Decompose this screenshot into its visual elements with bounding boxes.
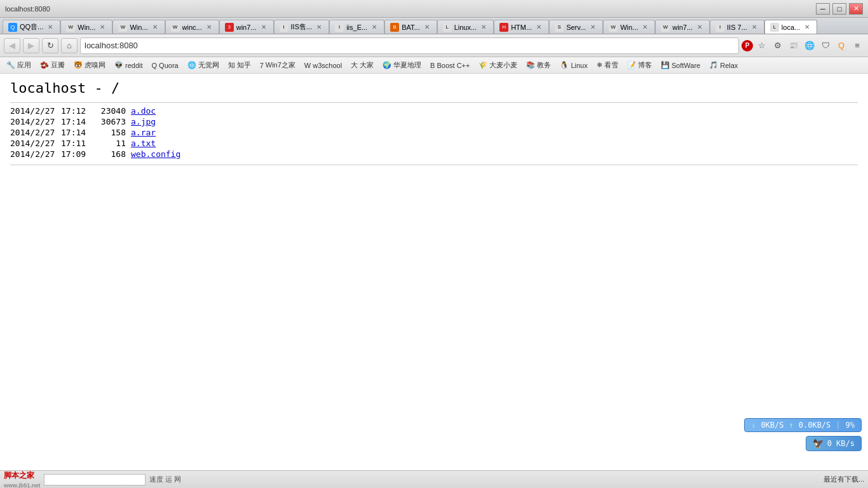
tab-bat[interactable]: BBAT...✕: [384, 20, 437, 34]
tab-close-win2[interactable]: ✕: [151, 24, 159, 30]
qzone-icon[interactable]: Q: [834, 39, 848, 53]
tab-close-bat[interactable]: ✕: [423, 24, 431, 30]
tab-close-html[interactable]: ✕: [534, 24, 543, 30]
tab-html[interactable]: HHTM...✕: [494, 20, 549, 34]
dl-icon: 🦅: [813, 438, 824, 449]
file-name[interactable]: a.jpg: [131, 116, 186, 127]
bookmark-大麦小麦[interactable]: 🌾大麦小麦: [475, 59, 521, 72]
bookmark-华夏地理[interactable]: 🌍华夏地理: [379, 59, 425, 72]
tab-close-iis2[interactable]: ✕: [370, 24, 379, 30]
tab-close-loca[interactable]: ✕: [803, 24, 811, 30]
tab-close-iis1[interactable]: ✕: [315, 24, 323, 30]
tab-win1[interactable]: WWin...✕: [60, 20, 112, 34]
tab-win2[interactable]: WWin...✕: [112, 20, 165, 34]
close-button[interactable]: ✕: [849, 3, 863, 15]
bookmark-Win7之家[interactable]: 7Win7之家: [256, 59, 299, 72]
tab-winc[interactable]: Wwinc...✕: [165, 20, 219, 34]
bookmark-w3school[interactable]: Ww3school: [301, 59, 346, 72]
tab-icon-win7c: W: [609, 23, 618, 32]
bookmark-SoftWare[interactable]: 💾SoftWare: [657, 59, 704, 72]
tab-loca[interactable]: Lloca...✕: [764, 20, 817, 34]
bookmark-知乎[interactable]: 知知乎: [224, 59, 255, 72]
bookmark-Boost-C++[interactable]: BBoost C++: [426, 59, 473, 72]
file-link[interactable]: a.jpg: [131, 117, 156, 126]
star-icon[interactable]: ☆: [755, 39, 769, 53]
file-size: 11: [93, 138, 131, 149]
refresh-button[interactable]: ↻: [42, 38, 58, 53]
bookmark-icon: 🌍: [383, 61, 391, 69]
file-name[interactable]: a.rar: [131, 127, 186, 138]
tab-close-win1[interactable]: ✕: [98, 24, 107, 30]
bookmark-豆瓣[interactable]: 🫘豆瓣: [36, 59, 69, 72]
translate-icon[interactable]: 🌐: [803, 39, 817, 53]
file-name[interactable]: web.config: [131, 149, 186, 159]
tab-close-win7d[interactable]: ✕: [695, 24, 704, 30]
forward-button[interactable]: ▶: [23, 38, 39, 53]
address-input[interactable]: [85, 41, 735, 50]
tab-label-win7d: win7...: [672, 24, 693, 31]
tab-icon-serv: S: [555, 23, 564, 32]
settings-icon[interactable]: ⚙: [771, 39, 785, 53]
more-icon[interactable]: ≡: [850, 39, 864, 53]
tab-iis7[interactable]: IIIS 7...✕: [710, 20, 764, 34]
bookmark-博客[interactable]: 📝博客: [623, 59, 656, 72]
bookmark-icon: 知: [228, 60, 235, 70]
file-link[interactable]: a.doc: [131, 106, 156, 116]
file-size: 168: [93, 149, 131, 159]
bookmark-Relax[interactable]: 🎵Relax: [705, 59, 742, 72]
file-time: 17:14: [61, 127, 93, 138]
tab-close-linux[interactable]: ✕: [479, 24, 488, 30]
bookmark-Linux[interactable]: 🐧Linux: [556, 59, 591, 72]
tab-bar: QQQ音...✕WWin...✕WWin...✕Wwinc...✕3win7..…: [0, 18, 868, 34]
bookmark-label: 虎嗅网: [85, 60, 105, 70]
bookmark-无觉网[interactable]: 🌐无觉网: [184, 59, 223, 72]
tab-serv[interactable]: SServ...✕: [549, 20, 603, 34]
tab-close-iis7[interactable]: ✕: [750, 24, 759, 30]
status-right: 最近有下载...: [824, 475, 864, 484]
file-link[interactable]: a.rar: [131, 128, 156, 137]
tab-close-win7c[interactable]: ✕: [641, 24, 649, 30]
file-time: 17:12: [61, 105, 93, 116]
dl-bar: 🦅 0 KB/s: [806, 436, 862, 451]
back-button[interactable]: ◀: [4, 38, 20, 53]
tab-win7d[interactable]: Wwin7...✕: [655, 20, 710, 34]
bookmark-Quora[interactable]: QQuora: [148, 59, 182, 72]
tab-close-winc[interactable]: ✕: [205, 24, 214, 30]
browser-window: localhost:8080 ─ □ ✕ QQQ音...✕WWin...✕WWi…: [0, 0, 868, 488]
tab-label-win1: Win...: [78, 24, 95, 31]
bookmark-应用[interactable]: 🔧应用: [3, 59, 35, 72]
bookmark-看雪[interactable]: ❄看雪: [593, 59, 622, 72]
bookmark-教务[interactable]: 📚教务: [522, 59, 555, 72]
file-name[interactable]: a.doc: [131, 105, 186, 116]
tab-label-qq: QQ音...: [20, 22, 43, 32]
bookmark-icon: Q: [152, 62, 158, 69]
tab-win7b[interactable]: 3win7...✕: [219, 20, 274, 34]
file-link[interactable]: a.txt: [131, 139, 156, 148]
tab-close-win7b[interactable]: ✕: [259, 24, 268, 30]
pro-icon[interactable]: P: [742, 40, 753, 51]
bookmark-大家[interactable]: 大大家: [347, 59, 377, 72]
minimize-button[interactable]: ─: [816, 3, 830, 15]
maximize-button[interactable]: □: [832, 3, 846, 15]
tab-close-serv[interactable]: ✕: [588, 24, 597, 30]
tab-iis2[interactable]: Iiis_E...✕: [329, 20, 384, 34]
tab-win7c[interactable]: WWin...✕: [603, 20, 655, 34]
window-title: localhost:8080: [5, 5, 50, 13]
tab-icon-qq: Q: [8, 23, 17, 32]
tab-iis1[interactable]: IIIS售...✕: [274, 20, 330, 34]
file-link[interactable]: web.config: [131, 149, 180, 159]
tab-close-qq[interactable]: ✕: [46, 24, 55, 30]
status-bar: 脚本之家 www.jb51.net 速度 运 网 最近有下载...: [0, 470, 868, 488]
tab-linux[interactable]: LLinux...✕: [437, 20, 494, 34]
shield-icon[interactable]: 🛡: [818, 39, 832, 53]
logo-sub: www.jb51.net: [4, 482, 40, 488]
status-url-input[interactable]: [44, 474, 146, 485]
bookmark-reddit[interactable]: 👽reddit: [111, 59, 147, 72]
bookmark-虎嗅网[interactable]: 🐯虎嗅网: [70, 59, 109, 72]
file-name[interactable]: a.txt: [131, 138, 186, 149]
news-icon[interactable]: 📰: [787, 39, 801, 53]
address-bar-container: [80, 37, 739, 54]
tab-qq[interactable]: QQQ音...✕: [3, 20, 60, 34]
tab-label-iis1: IIS售...: [291, 22, 313, 32]
home-button[interactable]: ⌂: [61, 38, 78, 53]
